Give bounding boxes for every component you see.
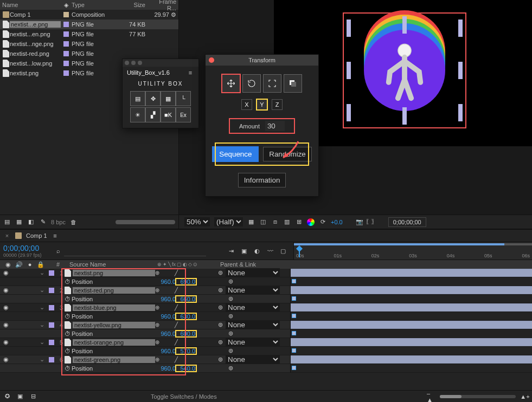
pickwhip-icon[interactable]: ⊚ bbox=[215, 356, 226, 364]
pickwhip-icon[interactable]: ⊚ bbox=[225, 347, 236, 355]
project-item[interactable]: nextist...en.pngPNG file77 KB bbox=[0, 29, 178, 39]
transform-panel[interactable]: Transform X Y Z Amount Sequence Randomiz… bbox=[205, 54, 319, 197]
parent-select[interactable]: None bbox=[226, 338, 280, 347]
parent-select[interactable]: None bbox=[226, 268, 280, 277]
frame-icon[interactable]: ▣ bbox=[16, 393, 24, 400]
pos-y[interactable]: 600.0 bbox=[176, 330, 196, 337]
layer-switches[interactable]: ⊕╱ bbox=[155, 270, 215, 276]
pos-y[interactable]: 660.0 bbox=[176, 296, 196, 302]
pos-x[interactable]: 960.0 bbox=[155, 365, 176, 372]
shy-icon[interactable]: ⇥ bbox=[227, 247, 235, 255]
layer-name[interactable]: nextist.png bbox=[73, 270, 155, 276]
layer-row[interactable]: ◉⌄1nextist.png⊕╱⊚None bbox=[0, 269, 290, 277]
pos-x[interactable]: 960.0 bbox=[155, 330, 176, 337]
exposure-value[interactable]: +0.0 bbox=[331, 219, 343, 225]
pickwhip-icon[interactable]: ⊚ bbox=[215, 304, 226, 312]
layer-color[interactable] bbox=[49, 340, 54, 345]
pos-y[interactable]: 690.0 bbox=[176, 278, 196, 285]
layer-bar[interactable] bbox=[291, 304, 532, 311]
layer-name[interactable]: nextist-yellow.png bbox=[73, 322, 155, 328]
layer-property-row[interactable]: ⏱Position960.0570.0⊚ bbox=[0, 347, 290, 355]
track-property[interactable] bbox=[291, 347, 532, 355]
zoom-select[interactable]: 50% bbox=[184, 217, 210, 226]
stopwatch-icon[interactable]: ⏱ bbox=[63, 330, 72, 338]
pixel-icon[interactable]: ▥ bbox=[283, 218, 291, 226]
layer-row[interactable]: ◉⌄2nextist-red.png⊕╱⊚None bbox=[0, 286, 290, 295]
pickwhip-icon[interactable]: ⊚ bbox=[215, 321, 226, 329]
pos-y[interactable]: 570.0 bbox=[176, 348, 196, 354]
track-layer[interactable] bbox=[291, 303, 532, 312]
layer-property-row[interactable]: ⏱Position960.0660.0⊚ bbox=[0, 295, 290, 303]
track-layer[interactable] bbox=[291, 338, 532, 347]
pickwhip-icon[interactable]: ⊚ bbox=[225, 313, 236, 320]
pickwhip-icon[interactable]: ⊚ bbox=[215, 339, 226, 346]
new-folder-icon[interactable]: ▦ bbox=[15, 218, 23, 226]
effects-icon[interactable]: ✪ bbox=[3, 393, 11, 400]
layer-row[interactable]: ◉⌄4nextist-yellow.png⊕╱⊚None bbox=[0, 321, 290, 329]
timeline-tab[interactable]: Comp 1 bbox=[26, 232, 47, 239]
track-layer[interactable] bbox=[291, 355, 532, 364]
pos-y[interactable]: 630.0 bbox=[176, 313, 196, 320]
layer-name[interactable]: nextist-green.png bbox=[73, 356, 155, 363]
refresh-icon[interactable]: ⟳ bbox=[319, 218, 326, 226]
project-item[interactable]: Comp 1Composition29.97 ⚙ bbox=[0, 10, 178, 20]
track-property[interactable] bbox=[291, 277, 532, 286]
interpret-icon[interactable]: ▤ bbox=[3, 218, 11, 226]
viewer-timecode[interactable]: 0;00;00;00 bbox=[388, 217, 426, 227]
crop-icon[interactable]: ⧈ bbox=[271, 218, 279, 226]
chevron-down-icon[interactable]: ⌄ bbox=[39, 269, 46, 277]
bpc-label[interactable]: 8 bpc bbox=[51, 219, 66, 225]
layer-switches[interactable]: ⊕╱ bbox=[155, 339, 215, 345]
graph-icon[interactable]: 〰 bbox=[266, 247, 274, 255]
zoom-slider[interactable] bbox=[440, 395, 516, 398]
trash-icon[interactable]: 🗑 bbox=[70, 218, 78, 226]
snapshot-icon[interactable]: 📷 bbox=[356, 218, 363, 226]
ex-icon[interactable]: Ex bbox=[176, 107, 191, 122]
snap-icon[interactable]: ✥ bbox=[145, 91, 161, 106]
time-ruler[interactable]: 00s01s02s03s04s05s06s bbox=[293, 242, 532, 260]
eye-toggle[interactable]: ◉ bbox=[2, 304, 9, 312]
parent-select[interactable]: None bbox=[226, 320, 280, 329]
chevron-down-icon[interactable]: ⌄ bbox=[39, 356, 46, 364]
layer-name[interactable]: nextist-orange.png bbox=[73, 339, 155, 346]
chevron-down-icon[interactable]: ⌄ bbox=[39, 339, 46, 346]
keyframe[interactable] bbox=[292, 366, 296, 370]
preview-range-icon[interactable]: 〖〗 bbox=[368, 218, 375, 226]
col-parent[interactable]: Parent & Link bbox=[217, 261, 290, 268]
pos-x[interactable]: 960.0 bbox=[155, 348, 176, 354]
pickwhip-icon[interactable]: ⊚ bbox=[215, 269, 226, 277]
maximize-icon[interactable] bbox=[138, 61, 142, 65]
layer-name[interactable]: nextist-red.png bbox=[73, 287, 155, 294]
project-item[interactable]: nextist-red.pngPNG file bbox=[0, 49, 178, 59]
track-layer[interactable] bbox=[291, 321, 532, 329]
align-icon[interactable]: ▤ bbox=[130, 91, 145, 106]
layer-switches[interactable]: ⊕╱ bbox=[155, 322, 215, 328]
grid9-icon[interactable]: ▦ bbox=[161, 91, 176, 106]
zoom-in-icon[interactable]: ▲+ bbox=[521, 393, 529, 400]
track-property[interactable] bbox=[291, 364, 532, 373]
zoom-out-2-icon[interactable]: –▲ bbox=[427, 393, 434, 400]
pos-x[interactable]: 960.0 bbox=[155, 313, 176, 320]
keyframe[interactable] bbox=[292, 331, 296, 335]
stopwatch-icon[interactable]: ⏱ bbox=[63, 365, 72, 372]
new-comp-icon[interactable]: ◧ bbox=[27, 218, 35, 226]
layer-color[interactable] bbox=[49, 357, 54, 362]
timeline-timecode[interactable]: 0;00;00;00 bbox=[3, 244, 51, 252]
grid4-icon[interactable]: ▞ bbox=[145, 107, 161, 122]
pickwhip-icon[interactable]: ⊚ bbox=[225, 330, 236, 338]
frame-blend-icon[interactable]: ▣ bbox=[240, 247, 248, 255]
keyframe[interactable] bbox=[292, 348, 296, 353]
layer-color[interactable] bbox=[49, 305, 54, 310]
keyframe[interactable] bbox=[292, 296, 296, 301]
chevron-down-icon[interactable]: ⌄ bbox=[39, 287, 46, 294]
rotate-icon[interactable] bbox=[242, 74, 261, 93]
layer-bar[interactable] bbox=[291, 356, 532, 363]
parent-select[interactable]: None bbox=[226, 286, 280, 295]
amount-input[interactable] bbox=[265, 121, 285, 131]
zoom-out-icon[interactable]: ⊟ bbox=[29, 393, 37, 400]
eye-toggle[interactable]: ◉ bbox=[2, 356, 9, 364]
col-type[interactable]: Type bbox=[72, 2, 119, 8]
axis-y[interactable]: Y bbox=[257, 99, 267, 110]
track-property[interactable] bbox=[291, 329, 532, 338]
draft3d-icon[interactable]: ▢ bbox=[279, 247, 287, 255]
